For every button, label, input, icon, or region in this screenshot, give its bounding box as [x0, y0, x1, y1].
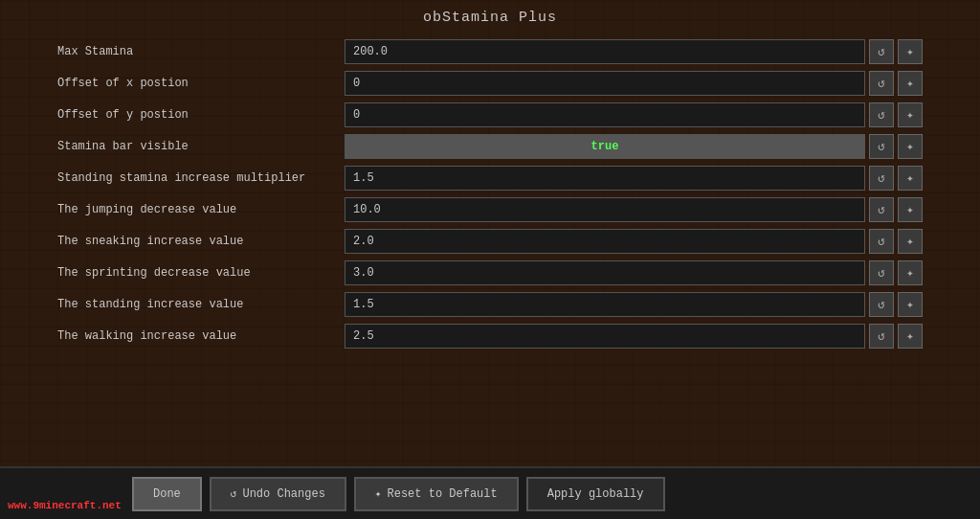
row-reset-button[interactable]: ✦: [898, 102, 923, 127]
setting-input-7[interactable]: [345, 260, 865, 285]
row-reset-button[interactable]: ✦: [898, 324, 923, 349]
setting-input-5[interactable]: [345, 197, 865, 222]
setting-input-container: ↺✦: [345, 134, 923, 159]
settings-area: Max Stamina↺✦Offset of x postion↺✦Offset…: [0, 34, 980, 466]
setting-label: Offset of x postion: [57, 77, 345, 90]
setting-label: The sprinting decrease value: [57, 266, 345, 280]
setting-label: Standing stamina increase multiplier: [57, 171, 345, 185]
row-reset-button[interactable]: ✦: [898, 292, 923, 317]
setting-input-container: ↺✦: [345, 102, 923, 127]
table-row: Max Stamina↺✦: [57, 37, 923, 66]
setting-label: The walking increase value: [57, 329, 345, 343]
setting-input-1[interactable]: [345, 71, 865, 96]
row-undo-button[interactable]: ↺: [869, 71, 894, 96]
setting-input-6[interactable]: [345, 229, 865, 254]
row-undo-button[interactable]: ↺: [869, 166, 894, 191]
setting-label: Offset of y postion: [57, 108, 345, 122]
reset-icon: ✦: [375, 487, 382, 500]
row-undo-button[interactable]: ↺: [869, 102, 894, 127]
row-reset-button[interactable]: ✦: [898, 197, 923, 222]
row-undo-button[interactable]: ↺: [869, 292, 894, 317]
table-row: The sprinting decrease value↺✦: [57, 259, 923, 287]
table-row: The walking increase value↺✦: [57, 322, 923, 350]
apply-globally-button[interactable]: Apply globally: [526, 477, 665, 511]
setting-input-container: ↺✦: [345, 260, 923, 285]
setting-label: The sneaking increase value: [57, 235, 345, 248]
table-row: The jumping decrease value↺✦: [57, 195, 923, 224]
setting-input-container: ↺✦: [345, 39, 923, 64]
table-row: Standing stamina increase multiplier↺✦: [57, 164, 923, 192]
row-reset-button[interactable]: ✦: [898, 260, 923, 285]
setting-label: The jumping decrease value: [57, 203, 345, 216]
setting-input-4[interactable]: [345, 166, 865, 191]
row-undo-button[interactable]: ↺: [869, 324, 894, 349]
row-undo-button[interactable]: ↺: [869, 39, 894, 64]
setting-label: Max Stamina: [57, 45, 345, 58]
row-reset-button[interactable]: ✦: [898, 134, 923, 159]
table-row: Stamina bar visible↺✦: [57, 132, 923, 161]
row-reset-button[interactable]: ✦: [898, 39, 923, 64]
row-undo-button[interactable]: ↺: [869, 197, 894, 222]
undo-icon: ↺: [231, 487, 237, 500]
table-row: Offset of x postion↺✦: [57, 69, 923, 98]
setting-input-container: ↺✦: [345, 324, 923, 349]
setting-label: Stamina bar visible: [57, 140, 345, 153]
table-row: The sneaking increase value↺✦: [57, 227, 923, 256]
table-row: The standing increase value↺✦: [57, 290, 923, 319]
row-reset-button[interactable]: ✦: [898, 166, 923, 191]
bottom-bar: Done ↺ Undo Changes ✦ Reset to Default A…: [0, 466, 980, 519]
setting-input-8[interactable]: [345, 292, 865, 317]
setting-input-container: ↺✦: [345, 292, 923, 317]
setting-input-9[interactable]: [345, 324, 865, 349]
setting-input-container: ↺✦: [345, 166, 923, 191]
setting-label: The standing increase value: [57, 298, 345, 311]
setting-input-2[interactable]: [345, 102, 865, 127]
row-reset-button[interactable]: ✦: [898, 71, 923, 96]
setting-input-3[interactable]: [345, 134, 865, 159]
watermark: www.9minecraft.net: [8, 500, 122, 511]
setting-input-container: ↺✦: [345, 71, 923, 96]
table-row: Offset of y postion↺✦: [57, 101, 923, 129]
done-button[interactable]: Done: [132, 477, 202, 511]
row-undo-button[interactable]: ↺: [869, 229, 894, 254]
setting-input-container: ↺✦: [345, 229, 923, 254]
row-reset-button[interactable]: ✦: [898, 229, 923, 254]
undo-button[interactable]: ↺ Undo Changes: [210, 477, 346, 511]
page-title: obStamina Plus: [0, 0, 980, 34]
reset-button[interactable]: ✦ Reset to Default: [354, 477, 519, 511]
row-undo-button[interactable]: ↺: [869, 260, 894, 285]
row-undo-button[interactable]: ↺: [869, 134, 894, 159]
setting-input-container: ↺✦: [345, 197, 923, 222]
setting-input-0[interactable]: [345, 39, 865, 64]
